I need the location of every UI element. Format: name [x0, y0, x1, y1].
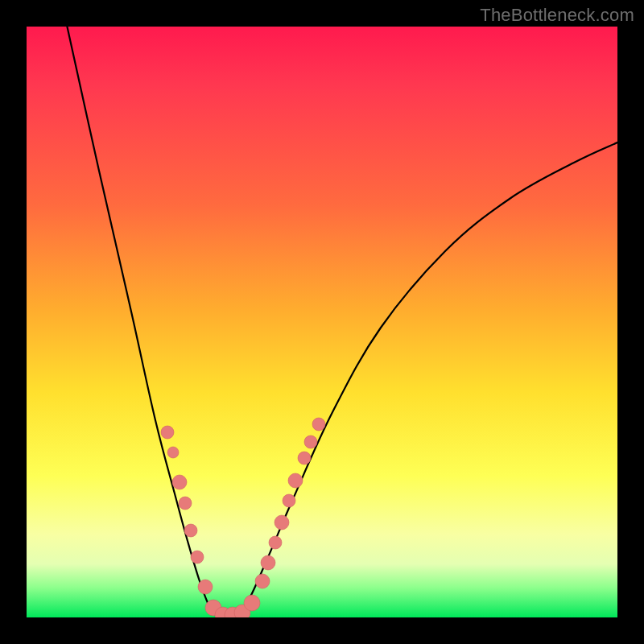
data-dot: [167, 447, 179, 458]
data-dot: [269, 536, 282, 549]
chart-frame: TheBottleneck.com: [0, 0, 644, 644]
data-dot: [198, 580, 213, 594]
data-dot: [179, 497, 192, 510]
data-dot: [288, 473, 303, 488]
data-dot: [304, 436, 317, 448]
curve-right: [234, 142, 617, 616]
data-dot: [312, 418, 325, 431]
data-dots: [161, 418, 325, 617]
watermark-text: TheBottleneck.com: [480, 5, 634, 26]
data-dot: [191, 551, 204, 564]
data-dot: [244, 595, 260, 611]
data-dot: [298, 452, 311, 464]
data-dot: [161, 426, 174, 439]
data-dot: [275, 515, 289, 530]
data-dot: [172, 475, 187, 489]
data-dot: [261, 555, 275, 570]
data-dot: [255, 574, 270, 588]
data-dot: [283, 494, 295, 507]
plot-area: [27, 27, 617, 617]
data-dot: [184, 524, 197, 537]
chart-svg: [27, 27, 617, 617]
